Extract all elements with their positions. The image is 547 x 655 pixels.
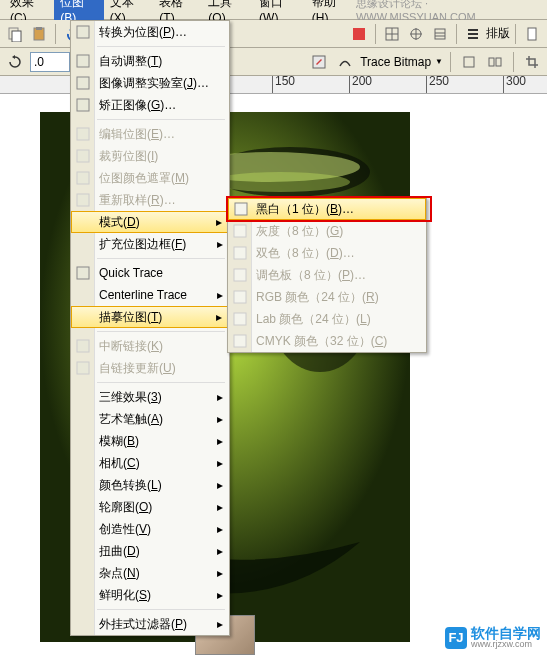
- rotation-input[interactable]: .0: [30, 52, 70, 72]
- mode-item-r: RGB 颜色（24 位）(R): [228, 286, 426, 308]
- svg-rect-28: [77, 55, 89, 67]
- svg-rect-43: [234, 313, 246, 325]
- snap-icon[interactable]: [405, 23, 427, 45]
- svg-rect-17: [528, 28, 536, 40]
- mode-item-p: 调色板（8 位）(P)…: [228, 264, 426, 286]
- submenu-arrow-icon: ▸: [217, 390, 223, 404]
- rotate-icon[interactable]: [4, 51, 26, 73]
- submenu-arrow-icon: ▸: [216, 310, 222, 324]
- menu-item--[interactable]: 相机(C)▸: [71, 452, 229, 474]
- submenu-arrow-icon: ▸: [216, 215, 222, 229]
- menu-item--[interactable]: 转换为位图(P)…: [71, 21, 229, 43]
- svg-rect-32: [77, 150, 89, 162]
- trace-icon[interactable]: [334, 51, 356, 73]
- menu-item--[interactable]: 创造性(V)▸: [71, 518, 229, 540]
- menu-item--: 中断链接(K): [71, 335, 229, 357]
- menu-item--[interactable]: 扭曲(D)▸: [71, 540, 229, 562]
- mode-item-d: 双色（8 位）(D)…: [228, 242, 426, 264]
- mode-item-l: Lab 颜色（24 位）(L): [228, 308, 426, 330]
- menu-item--[interactable]: 鲜明化(S)▸: [71, 584, 229, 606]
- page-icon[interactable]: [521, 23, 543, 45]
- submenu-arrow-icon: ▸: [217, 522, 223, 536]
- menu-item--: 位图颜色遮罩(M): [71, 167, 229, 189]
- mode-item-c: CMYK 颜色（32 位）(C): [228, 330, 426, 352]
- menu-separator: [97, 609, 225, 610]
- menu-item-centerline-trace[interactable]: Centerline Trace▸: [71, 284, 229, 306]
- svg-rect-35: [77, 267, 89, 279]
- menubar: 效果(C) 位图(B) 文本(X) 表格(T) 工具(O) 窗口(W) 帮助(H…: [0, 0, 547, 20]
- separator: [55, 24, 56, 44]
- break-link-icon: [74, 337, 92, 355]
- menu-separator: [97, 46, 225, 47]
- menu-item--[interactable]: 三维效果(3)▸: [71, 386, 229, 408]
- svg-rect-44: [234, 335, 246, 347]
- svg-point-25: [210, 172, 350, 192]
- paste-button[interactable]: [28, 23, 50, 45]
- menu-item--[interactable]: 模式(D)▸: [71, 211, 229, 233]
- separator: [515, 24, 516, 44]
- menu-item--[interactable]: 矫正图像(G)…: [71, 94, 229, 116]
- site-watermark: FJ 软件自学网 www.rjzxw.com: [445, 626, 541, 649]
- menu-item--: 裁剪位图(I): [71, 145, 229, 167]
- menu-item--[interactable]: 杂点(N)▸: [71, 562, 229, 584]
- mode-swatch-icon: [231, 266, 249, 284]
- svg-rect-34: [77, 194, 89, 206]
- submenu-arrow-icon: ▸: [217, 588, 223, 602]
- app-launcher-icon[interactable]: [348, 23, 370, 45]
- mode-item-b[interactable]: 黑白（1 位）(B)…: [228, 198, 426, 220]
- grid-icon[interactable]: [381, 23, 403, 45]
- menu-item--[interactable]: 艺术笔触(A)▸: [71, 408, 229, 430]
- trace-bitmap-label: Trace Bitmap: [360, 55, 431, 69]
- submenu-arrow-icon: ▸: [217, 478, 223, 492]
- crop-bitmap-icon[interactable]: [521, 51, 543, 73]
- svg-rect-20: [489, 58, 494, 66]
- wrap-icon[interactable]: [458, 51, 480, 73]
- mode-item-g: 灰度（8 位）(G): [228, 220, 426, 242]
- svg-rect-19: [464, 57, 474, 67]
- menu-separator: [97, 119, 225, 120]
- watermark-url: www.rjzxw.com: [471, 640, 541, 649]
- wrap2-icon[interactable]: [484, 51, 506, 73]
- menu-item--[interactable]: 颜色转换(L)▸: [71, 474, 229, 496]
- menu-item-quick-trace[interactable]: Quick Trace: [71, 262, 229, 284]
- layout-label: 排版: [486, 25, 510, 42]
- svg-rect-37: [77, 362, 89, 374]
- ruler-mark: 250: [426, 76, 449, 94]
- options-icon[interactable]: [429, 23, 451, 45]
- update-link-icon: [74, 359, 92, 377]
- submenu-arrow-icon: ▸: [217, 288, 223, 302]
- svg-rect-33: [77, 172, 89, 184]
- mode-swatch-icon: [231, 288, 249, 306]
- lab-icon: [74, 74, 92, 92]
- straighten-icon: [74, 96, 92, 114]
- menu-item--[interactable]: 描摹位图(T)▸: [71, 306, 229, 328]
- svg-rect-41: [234, 269, 246, 281]
- trace-dropdown-icon[interactable]: ▼: [435, 57, 443, 66]
- edit-bitmap-icon[interactable]: [308, 51, 330, 73]
- submenu-arrow-icon: ▸: [217, 617, 223, 631]
- mode-swatch-icon: [231, 222, 249, 240]
- menu-item--[interactable]: 轮廓图(O)▸: [71, 496, 229, 518]
- svg-rect-42: [234, 291, 246, 303]
- layout-icon[interactable]: [462, 23, 484, 45]
- svg-rect-40: [234, 247, 246, 259]
- menu-item--[interactable]: 扩充位图边框(F)▸: [71, 233, 229, 255]
- svg-rect-29: [77, 77, 89, 89]
- submenu-arrow-icon: ▸: [217, 412, 223, 426]
- submenu-arrow-icon: ▸: [217, 500, 223, 514]
- menu-item--[interactable]: 外挂式过滤器(P)▸: [71, 613, 229, 635]
- svg-rect-30: [77, 99, 89, 111]
- menu-item--[interactable]: 图像调整实验室(J)…: [71, 72, 229, 94]
- svg-rect-11: [435, 29, 445, 39]
- copy-button[interactable]: [4, 23, 26, 45]
- menu-item--[interactable]: 模糊(B)▸: [71, 430, 229, 452]
- menu-separator: [97, 382, 225, 383]
- svg-rect-27: [77, 26, 89, 38]
- svg-rect-31: [77, 128, 89, 140]
- watermark-badge-icon: FJ: [445, 627, 467, 649]
- convert-bitmap-icon: [74, 23, 92, 41]
- submenu-arrow-icon: ▸: [217, 434, 223, 448]
- edit-bitmap-icon: [74, 125, 92, 143]
- menu-item--[interactable]: 自动调整(T): [71, 50, 229, 72]
- submenu-arrow-icon: ▸: [217, 544, 223, 558]
